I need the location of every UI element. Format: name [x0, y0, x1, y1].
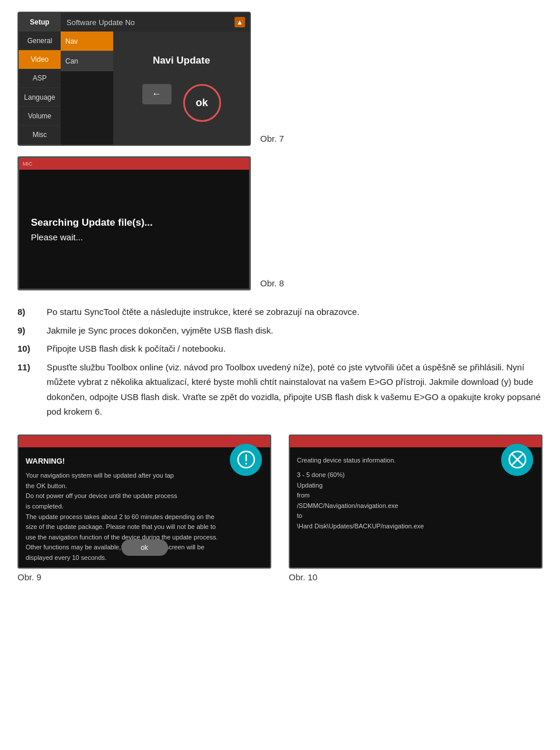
- instruction-text-10: Připojte USB flash disk k počítači / not…: [47, 341, 542, 356]
- fig7-dialog: Navi Update ← ok: [113, 31, 250, 145]
- figure-9-label: Obr. 9: [18, 572, 271, 582]
- instruction-text-8: Po startu SyncTool čtěte a následujte in…: [47, 304, 542, 320]
- figure-9-screen: WARNING! Your navigation system will be …: [18, 434, 271, 569]
- sidebar-language: Language: [19, 88, 61, 107]
- fig10-line2: 3 - 5 done (60%): [297, 470, 534, 481]
- fig10-content: Creating device status information. 3 - …: [297, 447, 534, 567]
- fig10-line7: \Hard Disk\Updates/BACKUP/navigation.exe: [297, 521, 534, 532]
- fig9-top-bar: [19, 436, 270, 447]
- sub-can: Can: [61, 51, 113, 71]
- bottom-figures-section: WARNING! Your navigation system will be …: [18, 434, 542, 582]
- figure-8-label: Obr. 8: [260, 278, 284, 290]
- sidebar-misc: Misc: [19, 126, 61, 145]
- figure-7-screen: Setup General Video ASP Language Volume …: [18, 12, 251, 146]
- instructions-section: 8) Po startu SyncTool čtěte a následujte…: [18, 304, 542, 419]
- back-button[interactable]: ←: [142, 84, 172, 104]
- fig7-dialog-buttons: ← ok: [142, 84, 221, 122]
- figure-9-wrap: WARNING! Your navigation system will be …: [18, 434, 271, 582]
- instruction-num-10: 10): [18, 341, 47, 356]
- fig9-warning-line5: The update process takes about 2 to 60 m…: [26, 512, 263, 523]
- sidebar-volume: Volume: [19, 107, 61, 125]
- sidebar-video: Video: [19, 50, 61, 69]
- figure-8-screen: MIC Searching Update file(s)... Please w…: [18, 156, 251, 290]
- instruction-num-11: 11): [18, 360, 47, 419]
- sub-nav: Nav: [61, 31, 113, 51]
- arrow-icon: ▲: [235, 17, 245, 27]
- fig9-warning-line1: Your navigation system will be updated a…: [26, 471, 263, 481]
- fig8-content: Searching Update file(s)... Please wait.…: [19, 170, 249, 289]
- fig10-top-bar: [290, 436, 541, 447]
- figure-10-wrap: Creating device status information. 3 - …: [289, 434, 542, 582]
- fig9-warning-line2: the OK button.: [26, 481, 263, 492]
- instruction-num-9: 9): [18, 323, 47, 338]
- instruction-9: 9) Jakmile je Sync proces dokončen, vyjm…: [18, 323, 542, 338]
- instruction-text-11: Spusťte službu Toolbox online (viz. návo…: [47, 360, 542, 419]
- instruction-8: 8) Po startu SyncTool čtěte a následujte…: [18, 304, 542, 320]
- fig9-ok-button[interactable]: ok: [121, 539, 168, 556]
- instruction-11: 11) Spusťte službu Toolbox online (viz. …: [18, 360, 542, 419]
- figure-10-screen: Creating device status information. 3 - …: [289, 434, 542, 569]
- fig10-line5: /SDMMC/Navigation/navigation.exe: [297, 501, 534, 511]
- instruction-10: 10) Připojte USB flash disk k počítači /…: [18, 341, 542, 356]
- fig7-sidebar: General Video ASP Language Volume Misc: [19, 31, 61, 145]
- setup-title: Setup: [19, 13, 61, 31]
- fig8-searching-text: Searching Update file(s)...: [31, 217, 237, 229]
- fig7-sub-menu: Nav Can: [61, 31, 113, 71]
- figure-10-label: Obr. 10: [289, 572, 542, 582]
- sidebar-general: General: [19, 31, 61, 50]
- fig7-dialog-title: Navi Update: [153, 55, 210, 66]
- fig10-line3: Updating: [297, 481, 534, 491]
- mic-label: MIC: [23, 161, 33, 167]
- figure-7-label: Obr. 7: [260, 134, 284, 146]
- fig10-line1: Creating device status information.: [297, 455, 534, 466]
- fig7-title-bar: Software Update No ▲: [61, 13, 250, 31]
- instruction-num-8: 8): [18, 304, 47, 320]
- instruction-text-9: Jakmile je Sync proces dokončen, vyjměte…: [47, 323, 542, 338]
- fig10-line6: to: [297, 511, 534, 521]
- ok-button[interactable]: ok: [183, 84, 221, 122]
- sidebar-asp: ASP: [19, 69, 61, 88]
- fig9-warning-line4: is completed.: [26, 502, 263, 512]
- fig8-wait-text: Please wait...: [31, 232, 237, 242]
- fig8-top-bar: MIC: [19, 158, 249, 170]
- fig9-warning-line3: Do not power off your device until the u…: [26, 491, 263, 502]
- figure-8-section: MIC Searching Update file(s)... Please w…: [18, 156, 542, 290]
- fig9-warning-line6: size of the update package. Please note …: [26, 522, 263, 532]
- figure-7-section: Setup General Video ASP Language Volume …: [18, 12, 542, 146]
- fig9-warning-title: WARNING!: [26, 455, 263, 468]
- fig10-line4: from: [297, 490, 534, 501]
- fig9-content: WARNING! Your navigation system will be …: [26, 447, 263, 567]
